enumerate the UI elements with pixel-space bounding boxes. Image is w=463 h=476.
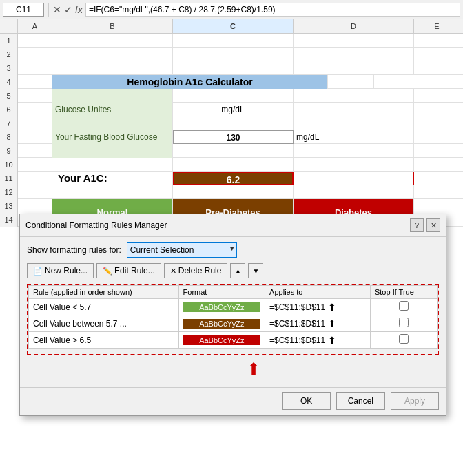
row-header-8[interactable]: 8: [0, 130, 18, 144]
formula-input[interactable]: [85, 3, 460, 17]
cell-c12[interactable]: [173, 185, 294, 199]
col-header-b[interactable]: B: [52, 19, 173, 33]
move-down-button[interactable]: ▼: [248, 263, 263, 278]
row-header-11[interactable]: 11: [0, 172, 18, 185]
rule-row-1[interactable]: Cell Value < 5.7 AaBbCcYyZz =$C$11:$D$11…: [29, 299, 438, 315]
new-rule-button[interactable]: 📄 New Rule...: [27, 263, 94, 278]
row-header-10[interactable]: 10: [0, 158, 18, 172]
cell-e11[interactable]: [414, 172, 460, 185]
applies-arrow-icon-3[interactable]: ⬆: [328, 335, 336, 346]
col-header-d[interactable]: D: [294, 19, 414, 33]
cell-a1c-label[interactable]: Your A1C:: [52, 172, 173, 185]
cell-d3[interactable]: [294, 61, 414, 75]
row-header-12[interactable]: 12: [0, 185, 18, 199]
cell-e3[interactable]: [414, 61, 460, 75]
row-header-6[interactable]: 6: [0, 103, 18, 116]
cell-a8[interactable]: [18, 130, 52, 144]
cell-d5[interactable]: [294, 89, 414, 103]
col-header-c[interactable]: C: [173, 19, 294, 33]
col-header-a[interactable]: A: [18, 19, 52, 33]
cell-a9[interactable]: [18, 144, 52, 158]
cell-a7[interactable]: [18, 116, 52, 130]
cell-c10[interactable]: [173, 158, 294, 172]
cell-reference[interactable]: C11: [3, 3, 44, 17]
cell-c9[interactable]: [173, 144, 294, 158]
cell-b2[interactable]: [52, 48, 173, 61]
cell-c3[interactable]: [173, 61, 294, 75]
cell-d12[interactable]: [294, 185, 414, 199]
cell-a1c-value[interactable]: 6.2: [173, 172, 294, 185]
cell-glucose-label[interactable]: Glucose Unites: [52, 103, 173, 116]
cell-glucose-unit[interactable]: mg/dL: [173, 103, 294, 116]
row-header-9[interactable]: 9: [0, 144, 18, 158]
stop-checkbox-3[interactable]: [399, 334, 409, 344]
cell-a11[interactable]: [18, 172, 52, 185]
cell-e4[interactable]: [328, 75, 374, 89]
insert-function-icon[interactable]: fx: [75, 4, 83, 15]
edit-rule-button[interactable]: ✏️ Edit Rule...: [96, 263, 161, 278]
move-up-button[interactable]: ▲: [230, 263, 245, 278]
row-header-7[interactable]: 7: [0, 116, 18, 130]
cell-a5[interactable]: [18, 89, 52, 103]
row-header-13[interactable]: 13 14: [0, 199, 18, 227]
cell-b3[interactable]: [52, 61, 173, 75]
applies-arrow-icon-1[interactable]: ⬆: [328, 302, 336, 313]
stop-checkbox-1[interactable]: [399, 301, 409, 311]
cell-e2[interactable]: [414, 48, 460, 61]
cell-a10[interactable]: [18, 158, 52, 172]
cell-b10[interactable]: [52, 158, 173, 172]
cell-e5[interactable]: [414, 89, 460, 103]
row-header-1[interactable]: 1: [0, 34, 18, 48]
cell-b12[interactable]: [52, 185, 173, 199]
cell-b7[interactable]: [52, 116, 173, 130]
cell-a2[interactable]: [18, 48, 52, 61]
cell-a12[interactable]: [18, 185, 52, 199]
cell-d2[interactable]: [294, 48, 414, 61]
cell-c7[interactable]: [173, 116, 294, 130]
cell-e8[interactable]: [414, 130, 460, 144]
cell-c1[interactable]: [173, 34, 294, 48]
cell-e12[interactable]: [414, 185, 460, 199]
confirm-formula-icon[interactable]: ✓: [64, 4, 72, 15]
cell-a1[interactable]: [18, 34, 52, 48]
row-header-3[interactable]: 3: [0, 61, 18, 75]
ok-button[interactable]: OK: [282, 392, 331, 410]
cell-d1[interactable]: [294, 34, 414, 48]
cancel-formula-icon[interactable]: ✕: [53, 4, 61, 15]
cell-fasting-unit[interactable]: mg/dL: [294, 130, 414, 144]
dialog-help-button[interactable]: ?: [410, 218, 424, 232]
row-header-2[interactable]: 2: [0, 48, 18, 61]
cell-d6[interactable]: [294, 103, 414, 116]
dialog-close-button[interactable]: ✕: [426, 218, 440, 232]
cell-fasting-label[interactable]: Your Fasting Blood Glucose: [52, 130, 173, 144]
stop-checkbox-2[interactable]: [399, 318, 409, 327]
cell-e10[interactable]: [414, 158, 460, 172]
cell-d9[interactable]: [294, 144, 414, 158]
cell-e6[interactable]: [414, 103, 460, 116]
applies-arrow-icon-2[interactable]: ⬆: [328, 318, 336, 329]
cell-c2[interactable]: [173, 48, 294, 61]
show-rules-select[interactable]: Current Selection: [127, 242, 237, 258]
row-header-5[interactable]: 5: [0, 89, 18, 103]
delete-rule-button[interactable]: ✕ Delete Rule: [164, 263, 228, 278]
cell-c5[interactable]: [173, 89, 294, 103]
row-header-4[interactable]: 4: [0, 75, 18, 89]
cell-d11[interactable]: [294, 172, 414, 185]
cell-b5[interactable]: [52, 89, 173, 103]
cancel-button[interactable]: Cancel: [336, 392, 385, 410]
cell-fasting-value[interactable]: 130: [173, 130, 294, 144]
cell-a6[interactable]: [18, 103, 52, 116]
apply-button[interactable]: Apply: [391, 392, 439, 410]
col-header-e[interactable]: E: [414, 19, 460, 33]
cell-e1[interactable]: [414, 34, 460, 48]
cell-a3[interactable]: [18, 61, 52, 75]
cell-title[interactable]: Hemoglobin A1c Calculator: [52, 75, 328, 89]
rule-row-2[interactable]: Cell Value between 5.7 ... AaBbCcYyZz =$…: [29, 315, 438, 332]
cell-d10[interactable]: [294, 158, 414, 172]
cell-b1[interactable]: [52, 34, 173, 48]
cell-e9[interactable]: [414, 144, 460, 158]
cell-e7[interactable]: [414, 116, 460, 130]
rule-row-3[interactable]: Cell Value > 6.5 AaBbCcYyZz =$C$11:$D$11…: [29, 332, 438, 349]
cell-a4[interactable]: [18, 75, 52, 89]
cell-b9[interactable]: [52, 144, 173, 158]
